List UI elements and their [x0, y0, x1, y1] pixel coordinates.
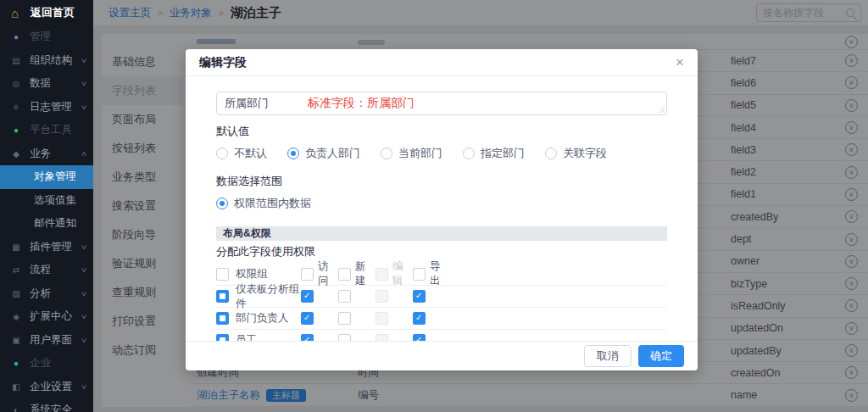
- permission-column-label: 访问: [318, 259, 338, 288]
- radio-label: 权限范围内数据: [234, 196, 311, 211]
- checkbox-icon[interactable]: [338, 290, 351, 303]
- sidebar-item-user-interface[interactable]: ▣用户界面∨: [0, 329, 93, 353]
- checkbox-icon[interactable]: [216, 268, 229, 281]
- sidebar-item-label: 选项值集: [34, 193, 76, 208]
- chevron-up-icon: ∧: [81, 150, 88, 158]
- radio-option-default-value[interactable]: 关联字段: [545, 146, 607, 161]
- sidebar-item-business[interactable]: ◆业务∧: [0, 142, 93, 166]
- checkbox-icon[interactable]: [301, 290, 314, 303]
- sidebar-item-admin[interactable]: ●管理: [0, 25, 93, 49]
- security-icon: ◐: [10, 405, 22, 412]
- modal-body: 所属部门 标准字段：所属部门 默认值 不默认负责人部门当前部门指定部门关联字段 …: [186, 76, 698, 341]
- checkbox-icon[interactable]: [413, 268, 426, 281]
- permission-column-label: 新建: [355, 259, 376, 288]
- checkbox-icon[interactable]: [413, 290, 426, 303]
- permission-cell: [376, 334, 413, 341]
- radio-option-data-scope[interactable]: 权限范围内数据: [216, 196, 311, 211]
- sidebar-item-enterprise[interactable]: ●企业: [0, 352, 93, 376]
- permission-cell: [338, 334, 376, 341]
- radio-icon[interactable]: [463, 148, 475, 159]
- flow-icon: ⇄: [10, 265, 22, 275]
- radio-icon[interactable]: [216, 198, 228, 209]
- home-icon: ⌂: [11, 6, 23, 20]
- checkbox-icon[interactable]: [338, 334, 351, 341]
- radio-option-default-value[interactable]: 指定部门: [463, 146, 525, 161]
- close-icon[interactable]: ×: [676, 55, 684, 70]
- sidebar-item-org-structure[interactable]: ▤组织结构∨: [0, 49, 93, 73]
- modal-header: 编辑字段 ×: [186, 49, 698, 76]
- radio-icon[interactable]: [545, 148, 557, 159]
- permission-subtitle: 分配此字段使用权限: [216, 244, 667, 259]
- radio-option-default-value[interactable]: 当前部门: [381, 146, 442, 161]
- org-structure-icon: ▤: [10, 56, 22, 65]
- sidebar-item-log-management[interactable]: ≡日志管理∨: [0, 96, 93, 120]
- resize-handle-icon[interactable]: [658, 106, 665, 113]
- permission-group-label: 员工: [236, 333, 257, 341]
- edit-field-modal: 编辑字段 × 所属部门 标准字段：所属部门 默认值 不默认负责人部门当前部门指定…: [186, 49, 698, 370]
- checkbox-icon[interactable]: [413, 334, 426, 341]
- checkbox-icon[interactable]: [216, 334, 229, 341]
- sidebar-item-analysis[interactable]: ▨分析∨: [0, 282, 93, 306]
- chevron-down-icon: ∨: [81, 313, 88, 320]
- checkbox-icon: [376, 290, 388, 303]
- sidebar-item-system-security[interactable]: ◐系统安全: [0, 398, 93, 412]
- radio-label: 指定部门: [481, 146, 525, 161]
- checkbox-icon[interactable]: [413, 312, 426, 325]
- checkbox-icon[interactable]: [216, 290, 229, 303]
- layout-permission-section-bar: 布局&权限: [216, 226, 667, 241]
- sidebar-item-label: 对象管理: [34, 170, 76, 184]
- sidebar: ⌂ 返回首页 ●管理▤组织结构∨◎数据∨≡日志管理∨●平台工具◆业务∧对象管理选…: [0, 0, 93, 412]
- permission-group-cell: 部门负责人: [216, 311, 301, 326]
- radio-icon[interactable]: [287, 148, 299, 159]
- sidebar-item-label: 数据: [30, 76, 51, 91]
- permission-column-label: 权限组: [236, 267, 268, 281]
- permission-group-cell: 员工: [216, 333, 301, 341]
- permission-cell: [301, 290, 338, 303]
- permission-group-label: 部门负责人: [236, 311, 289, 326]
- checkbox-icon[interactable]: [301, 334, 314, 341]
- checkbox-icon: [376, 334, 388, 341]
- radio-icon[interactable]: [216, 148, 228, 159]
- chevron-down-icon: ∨: [81, 266, 88, 274]
- sidebar-item-option-value-set[interactable]: 选项值集: [0, 189, 93, 213]
- plugin-icon: ▦: [10, 242, 22, 252]
- platform-dot-icon: ●: [10, 125, 22, 135]
- sidebar-item-enterprise-settings[interactable]: ◧企业设置∨: [0, 376, 93, 399]
- sidebar-item-label: 系统安全: [30, 403, 72, 412]
- checkbox-icon[interactable]: [216, 312, 229, 325]
- checkbox-icon[interactable]: [301, 268, 314, 281]
- sidebar-item-email-notification[interactable]: 邮件通知: [0, 212, 93, 236]
- permission-column-op: 编辑: [376, 259, 413, 288]
- permission-cell: [413, 290, 450, 303]
- default-value-label: 默认值: [216, 124, 667, 139]
- ok-button[interactable]: 确定: [638, 345, 684, 367]
- default-value-radio-group: 不默认负责人部门当前部门指定部门关联字段: [216, 146, 667, 161]
- sidebar-item-home[interactable]: ⌂ 返回首页: [0, 0, 93, 25]
- permission-column-op: 导出: [413, 259, 450, 288]
- permission-cell: [413, 334, 450, 341]
- checkbox-icon[interactable]: [338, 268, 351, 281]
- checkbox-icon[interactable]: [301, 312, 314, 325]
- enterprise-settings-icon: ◧: [10, 382, 22, 392]
- chevron-down-icon: ∨: [81, 80, 88, 87]
- sidebar-item-plugin-management[interactable]: ▦插件管理∨: [0, 236, 93, 259]
- cancel-button[interactable]: 取消: [584, 345, 632, 367]
- sidebar-item-label: 管理: [30, 30, 51, 44]
- field-name-input[interactable]: 所属部门 标准字段：所属部门: [216, 92, 667, 115]
- sidebar-item-label: 流程: [30, 263, 51, 277]
- radio-option-default-value[interactable]: 不默认: [216, 146, 267, 161]
- radio-icon[interactable]: [381, 148, 392, 159]
- admin-dot-icon: ●: [10, 32, 22, 42]
- chevron-down-icon: ∨: [81, 243, 88, 251]
- sidebar-item-flow[interactable]: ⇄流程∨: [0, 259, 93, 282]
- sidebar-item-label: 组织结构: [30, 53, 72, 68]
- sidebar-item-object-management[interactable]: 对象管理: [0, 165, 93, 189]
- sidebar-item-data[interactable]: ◎数据∨: [0, 72, 93, 96]
- radio-option-default-value[interactable]: 负责人部门: [287, 146, 360, 161]
- permission-cell: [376, 290, 413, 303]
- sidebar-item-platform-tools[interactable]: ●平台工具: [0, 119, 93, 142]
- sidebar-item-extension-center[interactable]: ◈扩展中心∨: [0, 305, 93, 329]
- checkbox-icon[interactable]: [338, 312, 351, 325]
- permission-cell: [338, 290, 376, 303]
- sidebar-item-label: 邮件通知: [34, 216, 76, 231]
